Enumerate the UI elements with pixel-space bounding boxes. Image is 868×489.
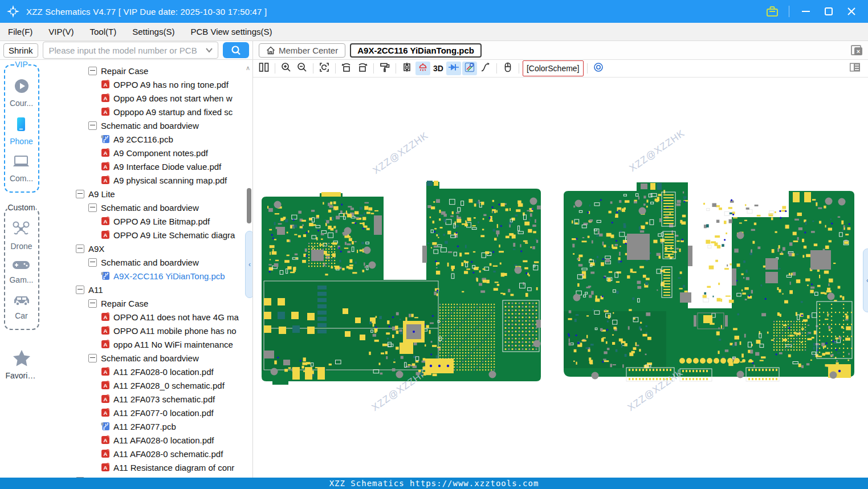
zoom-in-button[interactable] (279, 62, 294, 75)
tree-group-row[interactable]: A11 (43, 283, 252, 296)
tree-group-row[interactable]: Repair Case (43, 64, 252, 78)
tree-file-row[interactable]: AA9 Component notes.pdf (43, 146, 252, 160)
split-view-button[interactable] (256, 62, 271, 75)
minimize-button[interactable] (800, 5, 812, 18)
view-3d-button[interactable]: 3D (431, 62, 445, 75)
menu-item-4[interactable]: PCB View settings(S) (190, 27, 272, 36)
collapse-minus-icon[interactable] (76, 286, 84, 294)
rail-item-favorites[interactable]: Favorites (6, 349, 38, 380)
menu-item-1[interactable]: VIP(V) (48, 27, 74, 36)
tree-file-row[interactable]: AOPPO A11 does not have 4G ma (43, 310, 252, 324)
tree-file-row[interactable]: AA9 physical scanning map.pdf (43, 173, 252, 187)
rail-item-car[interactable]: Car (12, 292, 31, 320)
zoom-out-button[interactable] (295, 62, 309, 75)
tree-collapse-handle[interactable]: ‹ (245, 231, 252, 298)
chevron-down-icon[interactable] (205, 47, 213, 53)
svg-text:A: A (104, 437, 108, 443)
rail-item-gamepad[interactable]: Gam... (9, 259, 33, 284)
collapse-minus-icon[interactable] (88, 354, 97, 362)
collapse-minus-icon[interactable] (88, 67, 97, 75)
shrink-button[interactable]: Shrink (3, 43, 38, 58)
tree-file-row[interactable]: AOPPO A9 Lite Bitmap.pdf (43, 214, 252, 228)
tree-file-row[interactable]: Aoppo A11 No WiFi maintenance (43, 337, 252, 351)
tree-scroll-up-icon[interactable]: ∧ (246, 64, 250, 72)
tree-group-row[interactable]: Schematic and boardview (43, 119, 252, 132)
tree-group-row[interactable]: Schematic and boardview (43, 201, 252, 214)
tree-group-row[interactable]: Repair Case (43, 296, 252, 310)
tree-file-row[interactable]: AA11 AFA028-0 schematic.pdf (43, 447, 252, 461)
tree-group-row[interactable]: Schematic and boardview (43, 255, 252, 269)
tree-group-row[interactable]: A11S (43, 474, 252, 478)
search-input[interactable] (48, 45, 205, 56)
tree-file-row[interactable]: AA9 Interface Diode value.pdf (43, 160, 252, 173)
mirror-flip-button[interactable] (400, 62, 414, 75)
tree-file-row[interactable]: AA11 2FA028_0 schematic.pdf (43, 378, 252, 392)
search-button[interactable] (223, 42, 249, 58)
tab-member-center[interactable]: Member Center (259, 43, 345, 58)
app-logo-icon (0, 4, 26, 19)
pdf-file-icon: A (101, 230, 110, 239)
tree-file-row[interactable]: AA11 2FA028-0 location.pdf (43, 365, 252, 378)
diode-button[interactable] (446, 62, 461, 75)
tab-active-pcb[interactable]: A9X-2CC116 YiDianTong.pcb (350, 43, 482, 58)
tree-file-row[interactable]: AOPPO A9 Lite Schematic diagra (43, 228, 252, 242)
rings-button[interactable] (591, 62, 606, 75)
lamp-button[interactable] (415, 62, 430, 75)
panel-toggle-button[interactable] (847, 62, 862, 75)
color-scheme-button[interactable]: [ColorScheme] (523, 60, 584, 76)
tree-group-row[interactable]: A9 Lite (43, 187, 252, 201)
tree-scrollbar-thumb[interactable] (247, 188, 251, 223)
rail-item-course[interactable]: Cour... (10, 78, 33, 108)
roller-icon (379, 62, 390, 75)
rail-item-phone[interactable]: Phone (10, 116, 32, 146)
collapse-minus-icon[interactable] (88, 258, 97, 267)
tree-file-row[interactable]: A9 2CC116.pcb (43, 132, 252, 146)
titlebar-separator (789, 6, 789, 17)
rotate-left-button[interactable] (339, 62, 354, 75)
maximize-button[interactable] (822, 5, 835, 18)
tree-file-row[interactable]: A11 2FA077.pcb (43, 419, 252, 433)
pcb-canvas[interactable]: XZZ@XZZHKXZZ@XZZHKXZZ@XZZHKXZZ@XZZHK ‹ (253, 78, 868, 478)
tree-group-row[interactable]: Schematic and boardview (43, 351, 252, 365)
tree-item-label: A9X (88, 244, 104, 254)
right-panel-handle[interactable]: ‹ (863, 248, 868, 312)
tree-file-row[interactable]: AA11 AFA028-0 location.pdf (43, 433, 252, 447)
collapse-minus-icon[interactable] (76, 477, 84, 478)
rotate-right-button[interactable] (355, 62, 370, 75)
menu-item-3[interactable]: Settings(S) (132, 27, 174, 36)
collapse-minus-icon[interactable] (88, 203, 97, 212)
tree-file-row[interactable]: AA11 2FA077-0 location.pdf (43, 406, 252, 419)
close-view-icon[interactable]: × (851, 45, 862, 55)
tree-file-row[interactable]: AOPPO A9 has no ring tone.pdf (43, 78, 252, 91)
tree-file-row[interactable]: AOppo A9 does not start when w (43, 91, 252, 105)
license-briefcase-icon[interactable] (766, 5, 779, 18)
mouse-mode-button[interactable] (500, 62, 515, 75)
tree-item-label: A9 Interface Diode value.pdf (113, 162, 221, 172)
tree-file-row[interactable]: AA11 Resistance diagram of conr (43, 461, 252, 474)
rail-item-computer[interactable]: Com... (10, 154, 33, 183)
collapse-minus-icon[interactable] (88, 299, 97, 308)
curve-wire-button[interactable] (478, 62, 493, 75)
tree-file-row[interactable]: AA11 2FA073 schematic.pdf (43, 392, 252, 406)
collapse-minus-icon[interactable] (76, 244, 84, 253)
pdf-file-icon: A (101, 449, 110, 458)
svg-text:A: A (104, 218, 108, 225)
collapse-minus-icon[interactable] (88, 121, 97, 130)
menu-item-0[interactable]: File(F) (8, 27, 32, 36)
tree-group-row[interactable]: A9X (43, 242, 252, 255)
close-button[interactable] (845, 5, 858, 18)
rail-item-label: Favorites (6, 371, 38, 380)
fit-refresh-button[interactable] (317, 62, 332, 75)
rail-item-drone[interactable]: Drone (10, 221, 32, 251)
search-icon (230, 44, 242, 56)
menu-item-2[interactable]: Tool(T) (90, 27, 117, 36)
tree-file-row[interactable]: A9X-2CC116 YiDianTong.pcb (43, 269, 252, 283)
model-search-box[interactable] (43, 42, 218, 59)
probe-measure-button[interactable] (462, 62, 477, 75)
paint-roller-button[interactable] (377, 62, 392, 75)
svg-text:A: A (104, 369, 108, 375)
tree-file-row[interactable]: AOPPO A11 mobile phone has no (43, 324, 252, 337)
collapse-minus-icon[interactable] (76, 190, 84, 198)
tree-item-label: Repair Case (101, 299, 148, 308)
tree-file-row[interactable]: AOppopo A9 startup and fixed sc (43, 105, 252, 119)
